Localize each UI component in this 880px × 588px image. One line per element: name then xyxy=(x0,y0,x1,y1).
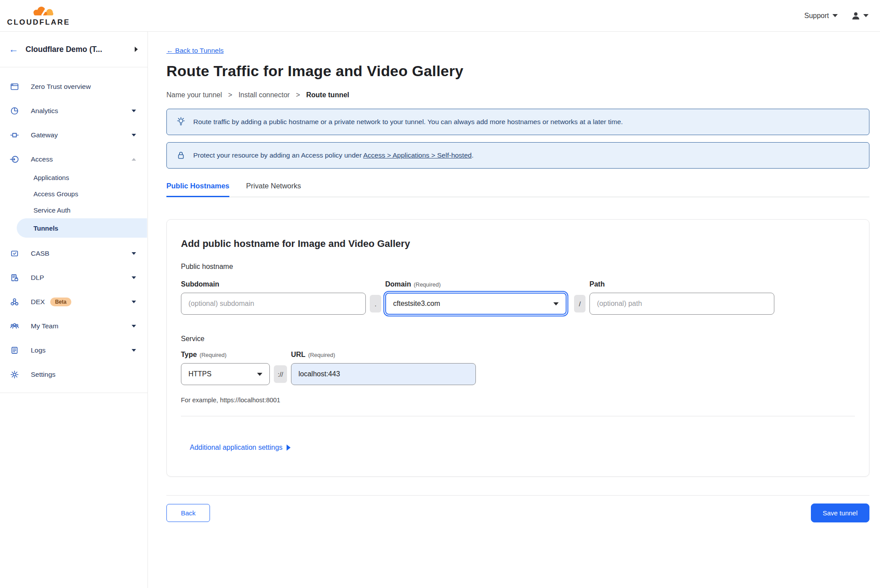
dot-separator: . xyxy=(370,295,381,312)
chevron-up-icon xyxy=(132,158,136,161)
protect-banner-text: Protect your resource by adding an Acces… xyxy=(193,151,474,159)
path-label: Path xyxy=(589,280,774,288)
sidebar-item-zero-trust-overview[interactable]: Zero Trust overview xyxy=(0,74,147,99)
breadcrumb: Name your tunnel > Install connector > R… xyxy=(166,91,869,99)
sidebar: ← Cloudflare Demo (T... Zero Trust overv… xyxy=(0,32,148,588)
breadcrumb-step-install-connector[interactable]: Install connector xyxy=(239,91,290,99)
expand-arrow-icon xyxy=(287,445,291,451)
protect-banner: Protect your resource by adding an Acces… xyxy=(166,142,869,169)
sidebar-item-dex[interactable]: DEX Beta xyxy=(0,290,147,314)
back-arrow-icon[interactable]: ← xyxy=(9,44,18,54)
sidebar-item-service-auth[interactable]: Service Auth xyxy=(0,202,147,218)
domain-select[interactable]: cftestsite3.com xyxy=(385,293,567,315)
breadcrumb-step-name-tunnel[interactable]: Name your tunnel xyxy=(166,91,222,99)
page-title: Route Traffic for Image and Video Galler… xyxy=(166,62,869,80)
breadcrumb-step-route-tunnel: Route tunnel xyxy=(306,91,350,99)
chevron-down-icon xyxy=(257,373,262,376)
slash-separator: / xyxy=(574,295,585,312)
cloudflare-logo: CLOUDFLARE xyxy=(7,6,70,26)
sidebar-item-settings[interactable]: Settings xyxy=(0,362,147,386)
chevron-down-icon xyxy=(132,110,136,112)
sidebar-item-access[interactable]: Access xyxy=(0,147,147,171)
url-label: URL(Required) xyxy=(291,351,476,359)
support-menu[interactable]: Support xyxy=(804,12,838,20)
tab-private-networks[interactable]: Private Networks xyxy=(246,182,301,197)
sidebar-item-gateway[interactable]: Gateway xyxy=(0,123,147,147)
sidebar-item-applications[interactable]: Applications xyxy=(0,169,147,186)
subdomain-label: Subdomain xyxy=(181,280,366,288)
sidebar-item-my-team[interactable]: My Team xyxy=(0,314,147,338)
chevron-down-icon xyxy=(132,252,136,255)
dex-icon xyxy=(9,297,20,307)
back-to-tunnels-link[interactable]: ← Back to Tunnels xyxy=(166,47,224,55)
chevron-down-icon xyxy=(132,276,136,279)
type-label: Type(Required) xyxy=(181,351,270,359)
lightbulb-icon xyxy=(176,117,186,127)
team-icon xyxy=(9,321,20,331)
card-divider xyxy=(181,416,855,416)
subdomain-input[interactable] xyxy=(181,293,366,315)
tip-banner: Route traffic by adding a public hostnam… xyxy=(166,109,869,135)
support-label: Support xyxy=(804,12,829,20)
additional-application-settings-toggle[interactable]: Additional application settings xyxy=(190,444,855,452)
chevron-down-icon xyxy=(553,302,559,305)
cloudflare-wordmark: CLOUDFLARE xyxy=(7,18,70,26)
url-example-text: For example, https://localhost:8001 xyxy=(181,397,855,404)
sidebar-nav: Zero Trust overview Analytics Gateway xyxy=(0,67,147,393)
sidebar-item-logs[interactable]: Logs xyxy=(0,338,147,362)
required-hint: (Required) xyxy=(199,352,226,358)
back-button[interactable]: Back xyxy=(166,504,210,522)
service-url-group: URL(Required) xyxy=(291,351,476,385)
path-group: Path xyxy=(589,280,774,315)
tab-bar: Public Hostnames Private Networks xyxy=(166,182,869,197)
service-section-label: Service xyxy=(181,335,855,343)
chevron-down-icon xyxy=(132,325,136,327)
access-subnav: Applications Access Groups Service Auth … xyxy=(0,169,147,238)
gateway-icon xyxy=(9,130,20,140)
overview-icon xyxy=(9,81,20,92)
required-hint: (Required) xyxy=(308,352,335,358)
sidebar-item-casb[interactable]: CASB xyxy=(0,241,147,265)
logs-icon xyxy=(9,345,20,356)
domain-selected-value: cftestsite3.com xyxy=(393,300,440,308)
footer-divider xyxy=(166,495,869,496)
account-title: Cloudflare Demo (T... xyxy=(26,45,128,54)
main-content: ← Back to Tunnels Route Traffic for Imag… xyxy=(148,32,880,588)
top-bar: CLOUDFLARE Support xyxy=(0,0,880,32)
chevron-right-icon[interactable] xyxy=(135,47,138,52)
subdomain-group: Subdomain xyxy=(181,280,366,315)
tip-banner-text: Route traffic by adding a public hostnam… xyxy=(193,118,623,126)
chevron-down-icon xyxy=(132,134,136,136)
service-type-group: Type(Required) HTTPS xyxy=(181,351,270,385)
required-hint: (Required) xyxy=(414,281,441,288)
gear-icon xyxy=(9,369,20,380)
service-type-select[interactable]: HTTPS xyxy=(181,363,270,385)
service-url-input[interactable] xyxy=(291,363,476,385)
tab-public-hostnames[interactable]: Public Hostnames xyxy=(166,182,229,197)
access-icon xyxy=(9,154,20,165)
beta-badge: Beta xyxy=(50,298,71,306)
public-hostname-card: Add public hostname for Image and Video … xyxy=(166,219,869,477)
casb-icon xyxy=(9,248,20,259)
sidebar-item-analytics[interactable]: Analytics xyxy=(0,99,147,123)
lock-icon xyxy=(176,150,186,161)
sidebar-item-access-groups[interactable]: Access Groups xyxy=(0,186,147,202)
user-account-menu[interactable] xyxy=(851,11,869,21)
account-switcher[interactable]: ← Cloudflare Demo (T... xyxy=(0,32,147,67)
user-avatar-icon xyxy=(851,11,861,21)
chevron-down-icon xyxy=(132,301,136,303)
scheme-separator: :// xyxy=(274,365,287,383)
analytics-pie-icon xyxy=(9,106,20,116)
chevron-down-icon xyxy=(832,14,838,17)
path-input[interactable] xyxy=(589,293,774,315)
card-heading: Add public hostname for Image and Video … xyxy=(181,238,855,250)
chevron-down-icon xyxy=(863,14,869,17)
breadcrumb-separator: > xyxy=(228,91,232,99)
save-tunnel-button[interactable]: Save tunnel xyxy=(811,503,869,522)
cloudflare-cloud-icon xyxy=(28,6,55,18)
sidebar-item-tunnels[interactable]: Tunnels xyxy=(17,218,147,238)
public-hostname-section-label: Public hostname xyxy=(181,263,855,271)
sidebar-item-dlp[interactable]: DLP xyxy=(0,265,147,290)
access-applications-self-hosted-link[interactable]: Access > Applications > Self-hosted xyxy=(363,151,471,159)
dlp-icon xyxy=(9,272,20,283)
